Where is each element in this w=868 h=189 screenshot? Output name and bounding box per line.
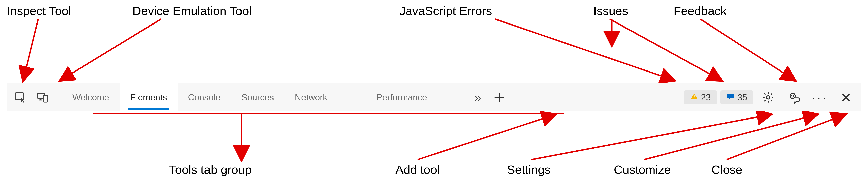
customize-button[interactable]: ··· <box>810 88 830 107</box>
feedback-icon <box>788 91 800 104</box>
svg-rect-13 <box>15 93 24 100</box>
svg-rect-15 <box>43 96 48 102</box>
svg-line-1 <box>60 19 161 80</box>
svg-point-24 <box>791 95 792 96</box>
svg-point-25 <box>793 95 794 96</box>
tabgroup-underline <box>93 113 563 114</box>
label-jserrors: JavaScript Errors <box>400 4 492 18</box>
add-tool-button[interactable] <box>490 88 509 107</box>
inspect-tool-button[interactable] <box>11 88 30 107</box>
device-emulation-button[interactable] <box>33 88 52 107</box>
svg-line-10 <box>644 114 817 160</box>
gear-icon <box>762 91 774 104</box>
device-emulation-icon <box>37 91 49 104</box>
tab-label: Elements <box>130 92 167 103</box>
tab-label: Network <box>295 92 327 103</box>
tab-elements[interactable]: Elements <box>120 83 178 111</box>
svg-line-0 <box>23 19 38 80</box>
svg-line-9 <box>531 114 771 160</box>
svg-line-5 <box>700 19 795 80</box>
ellipsis-icon: ··· <box>812 91 828 104</box>
tab-sources[interactable]: Sources <box>231 83 284 111</box>
tab-welcome[interactable]: Welcome <box>62 83 120 111</box>
inspect-icon <box>14 91 27 104</box>
svg-line-8 <box>417 114 555 160</box>
label-customize: Customize <box>614 163 671 177</box>
svg-rect-21 <box>694 98 694 98</box>
label-addtool: Add tool <box>396 163 440 177</box>
label-inspect: Inspect Tool <box>7 4 71 18</box>
issues-count: 35 <box>737 92 747 103</box>
tab-label: Performance <box>376 92 427 103</box>
svg-line-3 <box>610 19 721 80</box>
js-errors-badge[interactable]: 23 <box>684 90 717 105</box>
warning-triangle-icon <box>690 92 698 103</box>
more-tabs-button[interactable]: » <box>467 88 487 107</box>
tab-label: Welcome <box>72 92 109 103</box>
svg-point-23 <box>790 93 795 99</box>
plus-icon <box>493 91 505 104</box>
label-feedback: Feedback <box>674 4 727 18</box>
label-tabgroup: Tools tab group <box>169 163 252 177</box>
tab-performance[interactable]: Performance <box>366 83 437 111</box>
close-icon <box>840 91 852 104</box>
label-issues: Issues <box>593 4 628 18</box>
svg-line-11 <box>726 114 845 160</box>
tab-label: Console <box>188 92 220 103</box>
svg-line-2 <box>495 19 674 80</box>
label-settings: Settings <box>507 163 551 177</box>
label-close: Close <box>711 163 742 177</box>
speech-bubble-icon <box>726 92 735 103</box>
js-errors-count: 23 <box>701 92 711 103</box>
svg-rect-20 <box>694 96 694 97</box>
tab-network[interactable]: Network <box>284 83 338 111</box>
label-device: Device Emulation Tool <box>132 4 252 18</box>
settings-button[interactable] <box>758 88 778 107</box>
devtools-toolbar: Welcome Elements Console Sources Network… <box>7 83 861 111</box>
issues-badge[interactable]: 35 <box>720 90 753 105</box>
tools-tab-group: Welcome Elements Console Sources Network… <box>62 83 437 111</box>
feedback-button[interactable] <box>784 88 804 107</box>
chevron-right-double-icon: » <box>475 91 479 104</box>
tab-console[interactable]: Console <box>178 83 231 111</box>
tab-label: Sources <box>241 92 274 103</box>
svg-point-22 <box>766 96 770 99</box>
close-devtools-button[interactable] <box>836 88 856 107</box>
